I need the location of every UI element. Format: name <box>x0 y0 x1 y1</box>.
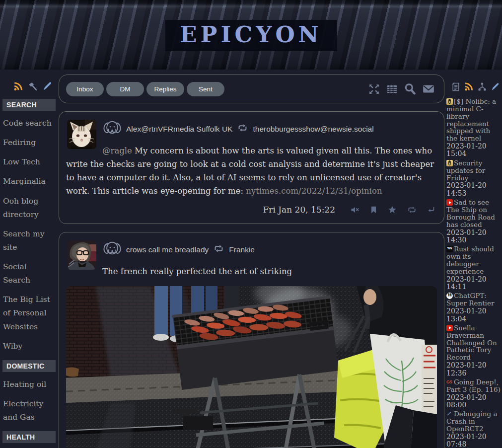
sidebar-link-wiby[interactable]: Wiby <box>3 340 56 353</box>
avatar[interactable] <box>67 120 96 149</box>
newswire-icon-row <box>446 79 501 96</box>
sidebar-link-marginalia[interactable]: Marginalia <box>3 175 56 188</box>
timeline-header: Inbox DM Replies Sent <box>59 75 444 103</box>
newswire-date: 2023-01-20 15:04 <box>446 143 501 158</box>
sidebar-link-search-my-site[interactable]: Search my site <box>3 227 56 254</box>
newswire-date: 2023-01-20 12:36 <box>446 362 501 377</box>
post-footer: Fri Jan 20, 15:22 <box>66 205 435 215</box>
post-author-handle[interactable]: crows call me breadlady <box>126 245 209 254</box>
timeline-column: Inbox DM Replies Sent <box>59 75 444 448</box>
newswire-item[interactable]: Suella Braverman Challenged On Pathetic … <box>446 324 501 377</box>
tab-dm[interactable]: DM <box>106 82 144 96</box>
newswire-date: 2023-01-20 14:53 <box>446 182 501 197</box>
newswire-item[interactable]: Debugging a Crash in OpenRCT2 2023-01-20… <box>446 410 501 448</box>
favicon-lwn-icon <box>446 98 453 105</box>
newswire-date: 2023-01-20 14:11 <box>446 276 501 291</box>
search-links-list: Code search Fediring Low Tech Marginalia… <box>0 117 58 353</box>
edit-links-hammer-icon[interactable] <box>27 81 38 92</box>
post-text: The french really perfected the art of s… <box>102 267 292 276</box>
rss-icon[interactable] <box>464 81 474 92</box>
newswire-item[interactable]: Going Deep!, Part 3 (Ep. 116) 2023-01-20… <box>446 378 501 409</box>
expand-fullscreen-icon[interactable] <box>368 83 380 95</box>
post-body: The french really perfected the art of s… <box>66 265 437 278</box>
newswire-item[interactable]: Sad to see The Ship on Borough Road has … <box>446 199 501 244</box>
mail-envelope-icon[interactable] <box>422 82 435 95</box>
tab-inbox[interactable]: Inbox <box>66 82 104 96</box>
timeline-tabs: Inbox DM Replies Sent <box>66 82 224 96</box>
site-title: EPICYON <box>165 20 337 51</box>
post-boosted-handle[interactable]: Frankie <box>229 245 255 254</box>
post-header: Alex@rtnVFRmedia Suffolk UK therobburges… <box>102 119 437 139</box>
newswire-item[interactable]: ChatGPT: Super Rentier 2023-01-20 13:04 <box>446 292 501 322</box>
sidebar-section-search: SEARCH <box>2 99 56 111</box>
newswire-date: 2023-01-20 13:04 <box>446 307 501 323</box>
star-like-icon[interactable] <box>388 206 397 214</box>
edit-pen-icon[interactable] <box>490 82 500 92</box>
post-timestamp[interactable]: Fri Jan 20, 15:22 <box>263 205 336 215</box>
sidebar-link-ooh-blog[interactable]: Ooh blog directory <box>3 195 56 222</box>
post-header: crows call me breadlady Frankie <box>102 239 437 260</box>
search-icon[interactable] <box>404 82 417 95</box>
right-sidebar-newswire: [$] Nolibc: a minimal C-library replacem… <box>446 79 501 448</box>
rss-icon[interactable] <box>13 81 24 92</box>
favicon-yw-icon <box>446 246 453 252</box>
favicon-youtube-icon <box>446 199 453 206</box>
post-boosted-handle[interactable]: therobburgessshow@newsie.social <box>253 125 373 134</box>
epicyon-app: { "banner": { "title": "EPICYON" }, "lef… <box>0 0 502 448</box>
post-card: Alex@rtnVFRmedia Suffolk UK therobburges… <box>59 111 444 224</box>
sidebar-link-fediring[interactable]: Fediring <box>3 136 56 149</box>
edit-pen-icon[interactable] <box>42 81 53 92</box>
reply-icon[interactable] <box>427 206 435 214</box>
external-link[interactable]: nytimes.com/2022/12/31/opinion <box>246 186 382 196</box>
favicon-youtube-icon <box>446 325 453 331</box>
post-card: crows call me breadlady Frankie The fren… <box>59 232 444 448</box>
favicon-external-arrow-icon <box>446 411 453 417</box>
sidebar-link-low-tech[interactable]: Low Tech <box>3 155 56 169</box>
boost-announce-icon <box>214 244 224 255</box>
mention-link[interactable]: @ragle <box>102 146 132 155</box>
post-body: @ragle My concern is about how the arts … <box>66 144 437 198</box>
newswire-item[interactable]: Rust should own its debugger experience … <box>446 245 501 291</box>
sidebar-section-domestic: DOMESTIC <box>2 360 56 372</box>
favicon-lwn-icon <box>446 160 453 166</box>
mute-icon[interactable] <box>351 206 359 214</box>
boost-announce-icon <box>237 123 248 135</box>
newswire-date: 2023-01-20 07:48 <box>446 433 501 448</box>
sidebar-section-health: HEALTH <box>2 431 56 443</box>
newswire-date: 2023-01-20 14:30 <box>446 229 501 244</box>
favicon-wordpress-icon <box>446 293 453 299</box>
bookmark-icon[interactable] <box>370 206 377 214</box>
newswire-date: 2023-01-20 08:00 <box>446 394 501 409</box>
newswire-item[interactable]: Security updates for Friday 2023-01-20 1… <box>446 159 501 197</box>
newswire-item[interactable]: [$] Nolibc: a minimal C-library replacem… <box>446 98 501 158</box>
post-attached-image[interactable] <box>66 286 437 448</box>
sidebar-link-big-list[interactable]: The Big List of Personal Websites <box>3 293 56 333</box>
hashtag-categories-icon[interactable] <box>477 82 487 92</box>
timeline-header-icons <box>368 82 435 95</box>
post-author-handle[interactable]: Alex@rtnVFRmedia Suffolk UK <box>126 125 232 134</box>
epicyon-dog-icon <box>102 239 122 260</box>
boost-repeat-icon[interactable] <box>407 206 417 214</box>
banner-image[interactable]: EPICYON <box>0 0 502 70</box>
sidebar-link-code-search[interactable]: Code search <box>3 117 56 130</box>
favicon-gs-icon <box>446 379 453 385</box>
newswire-list: [$] Nolibc: a minimal C-library replacem… <box>446 98 501 448</box>
left-sidebar: SEARCH Code search Fediring Low Tech Mar… <box>0 77 58 448</box>
sidebar-link-electricity-gas[interactable]: Electricity and Gas <box>3 397 56 424</box>
newswire-document-icon[interactable] <box>451 82 461 92</box>
avatar[interactable] <box>67 240 96 270</box>
sidebar-link-social-search[interactable]: Social Search <box>3 260 56 287</box>
epicyon-dog-icon <box>102 119 122 139</box>
domestic-links-list: Heating oil Electricity and Gas <box>0 378 58 424</box>
tab-replies[interactable]: Replies <box>146 82 184 96</box>
left-sidebar-icon-row <box>0 77 58 97</box>
sidebar-link-heating-oil[interactable]: Heating oil <box>3 378 56 391</box>
calendar-grid-icon[interactable] <box>386 83 398 95</box>
tab-sent[interactable]: Sent <box>187 82 224 96</box>
